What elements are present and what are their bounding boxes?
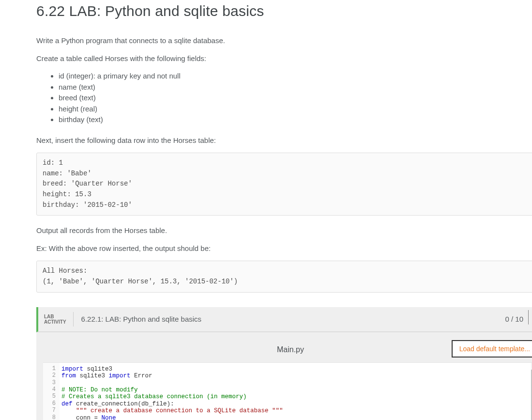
- list-item: id (integer): a primary key and not null: [59, 71, 532, 82]
- load-default-template-button[interactable]: Load default template...: [452, 340, 532, 358]
- list-item: name (text): [59, 82, 532, 93]
- expected-output-block: All Horses: (1, 'Babe', 'Quarter Horse',…: [36, 261, 532, 292]
- code-lines[interactable]: import sqlite3from sqlite3 import Error#…: [60, 363, 532, 420]
- editor-filename: Main.py: [277, 344, 304, 356]
- list-item: birthday (text): [59, 114, 532, 125]
- code-editor[interactable]: 12345678910111213 import sqlite3from sql…: [43, 362, 532, 420]
- example-text: Ex: With the above row inserted, the out…: [36, 243, 532, 254]
- create-table-text: Create a table called Horses with the fo…: [36, 53, 532, 64]
- list-item: height (real): [59, 104, 532, 115]
- insert-data-block: id: 1 name: 'Babe' breed: 'Quarter Horse…: [36, 153, 532, 216]
- lab-title: 6.22 LAB: Python and sqlite basics: [36, 0, 532, 22]
- lab-activity-name: 6.22.1: LAB: Python and sqlite basics: [74, 314, 505, 325]
- editor-region: Main.py Load default template... 1234567…: [36, 332, 532, 420]
- list-item: breed (text): [59, 93, 532, 104]
- output-text: Output all records from the Horses table…: [36, 225, 532, 236]
- lab-activity-label: LAB ACTIVITY: [38, 312, 74, 327]
- insert-text: Next, insert the following data row into…: [36, 135, 532, 146]
- line-number-gutter: 12345678910111213: [43, 363, 60, 420]
- lab-score: 0 / 10: [505, 314, 528, 325]
- bookmark-icon[interactable]: [528, 310, 532, 325]
- lab-activity-bar: LAB ACTIVITY 6.22.1: LAB: Python and sql…: [36, 307, 532, 332]
- intro-text: Write a Python program that connects to …: [36, 35, 532, 47]
- field-list: id (integer): a primary key and not null…: [59, 71, 532, 125]
